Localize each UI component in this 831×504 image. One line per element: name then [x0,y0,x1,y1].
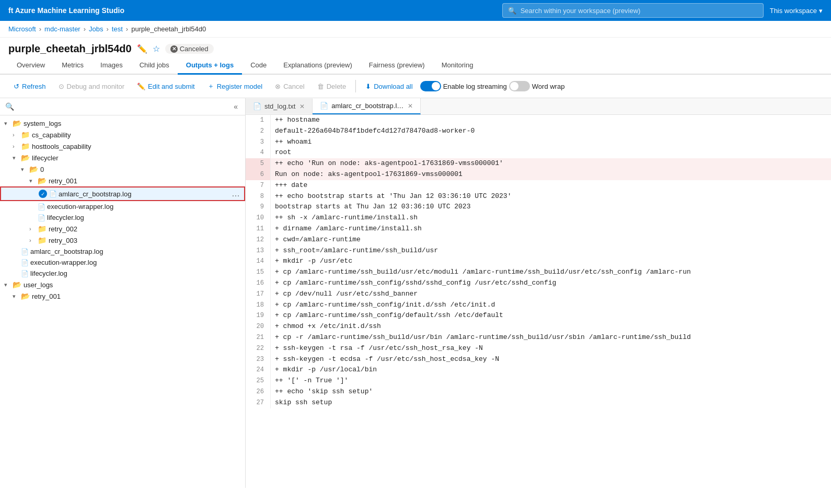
main-content: 🔍 « ▾ 📂 system_logs › 📁 cs_capability › … [0,98,831,488]
tree-folder-user-logs[interactable]: ▾ 📂 user_logs [0,279,245,290]
file-tab-icon: 📄 [253,102,261,110]
chevron-icon: ▾ [13,293,19,300]
code-line: 11 + dirname /amlarc-runtime/install.sh [246,224,831,235]
tree-item-label: retry_002 [49,225,77,233]
tree-folder-retry-001-outer[interactable]: ▾ 📂 retry_001 [0,290,245,302]
code-line: 7 +++ date [246,180,831,191]
close-tab-icon[interactable]: ✕ [408,102,413,110]
chevron-icon: ▾ [4,282,10,288]
tree-folder-0[interactable]: ▾ 📂 0 [0,163,245,175]
debug-monitor-button[interactable]: ⊙ Debug and monitor [53,80,130,93]
breadcrumb-test[interactable]: test [112,25,123,33]
word-wrap-label: Word wrap [532,83,565,90]
word-wrap-toggle[interactable] [509,81,530,91]
cancel-button[interactable]: ⊗ Cancel [270,80,309,93]
code-line: 8 ++ echo bootstrap starts at 'Thu Jan 1… [246,191,831,202]
tab-code[interactable]: Code [242,57,275,75]
code-line: 25 ++ '[' -n True ']' [246,376,831,386]
log-streaming-toggle[interactable] [420,81,441,91]
file-tree: ▾ 📂 system_logs › 📁 cs_capability › 📁 ho… [0,115,245,488]
folder-icon: 📁 [38,225,47,233]
file-icon: 📄 [49,190,56,197]
tree-file-amlarc-cr-bootstrap-log[interactable]: ✓ 📄 amlarc_cr_bootstrap.log … [0,186,245,201]
code-line: 19 + cp /amlarc-runtime/ssh_config/defau… [246,310,831,321]
tab-metrics[interactable]: Metrics [53,57,92,75]
code-content[interactable]: 1 ++ hostname 2 default-226a604b784f1bde… [246,115,831,488]
tab-overview[interactable]: Overview [8,57,53,75]
tree-folder-hosttools-capability[interactable]: › 📁 hosttools_capability [0,140,245,152]
edit-submit-button[interactable]: ✏️ Edit and submit [132,80,200,93]
folder-icon: 📁 [21,131,30,139]
refresh-button[interactable]: ↺ Refresh [8,80,51,93]
code-line: 16 + cp /amlarc-runtime/ssh_config/sshd/… [246,278,831,289]
code-line: 1 ++ hostname [246,115,831,126]
breadcrumb-sep-1: › [39,25,41,33]
tree-file-lifecycler-log-inner[interactable]: 📄 lifecycler.log [0,212,245,223]
tree-file-lifecycler-log2[interactable]: 📄 lifecycler.log [0,268,245,279]
folder-open-icon: 📂 [38,177,47,185]
workspace-selector[interactable]: This workspace ▾ [770,7,823,15]
tree-folder-cs-capability[interactable]: › 📁 cs_capability [0,129,245,140]
tree-file-execution-wrapper-log[interactable]: 📄 execution-wrapper.log [0,201,245,212]
more-options-icon[interactable]: … [232,189,240,198]
tree-item-label: cs_capability [32,131,71,139]
code-tab-label: std_log.txt [264,102,295,110]
tab-monitoring[interactable]: Monitoring [433,57,482,75]
delete-button[interactable]: 🗑 Delete [312,80,352,93]
app-logo: ft Azure Machine Learning Studio [8,6,124,15]
tree-item-label: 0 [40,166,44,173]
code-line-highlighted: 6 Run on node: aks-agentpool-17631869-vm… [246,169,831,180]
close-tab-icon[interactable]: ✕ [299,103,305,110]
edit-title-icon[interactable]: ✏️ [137,44,147,54]
status-badge: ✕ Canceled [165,44,214,54]
tree-folder-system-logs[interactable]: ▾ 📂 system_logs [0,118,245,129]
tree-folder-lifecycler[interactable]: ▾ 📂 lifecycler [0,152,245,163]
search-icon: 🔍 [508,7,516,15]
download-all-button[interactable]: ⬇ Download all [360,80,418,93]
workspace-label: This workspace [770,7,817,15]
tab-fairness[interactable]: Fairness (preview) [361,57,433,75]
register-model-button[interactable]: ＋ Register model [202,79,268,93]
code-tab-std-log[interactable]: 📄 std_log.txt ✕ [246,99,313,114]
breadcrumb-jobs[interactable]: Jobs [89,25,103,33]
tree-file-amlarc-cr-bootstrap-log2[interactable]: 📄 amlarc_cr_bootstrap.log [0,246,245,257]
chevron-down-icon: ▾ [819,7,823,15]
tab-child-jobs[interactable]: Child jobs [131,57,178,75]
search-input[interactable] [521,7,758,15]
code-line: 12 + cwd=/amlarc-runtime [246,235,831,245]
code-line: 9 bootstrap starts at Thu Jan 12 03:36:1… [246,202,831,213]
page-header: purple_cheetah_jrbl54d0 ✏️ ☆ ✕ Canceled [0,38,831,57]
code-tab-amlarc[interactable]: 📄 amlarc_cr_bootstrap.l… ✕ [313,98,421,114]
tab-images[interactable]: Images [92,57,131,75]
file-search-bar: 🔍 « [0,98,245,115]
code-lines: 1 ++ hostname 2 default-226a604b784f1bde… [246,115,831,408]
collapse-panel-button[interactable]: « [232,101,240,112]
chevron-icon: › [13,143,19,149]
tree-item-label: amlarc_cr_bootstrap.log [59,190,131,198]
tab-explanations[interactable]: Explanations (preview) [275,57,361,75]
tree-file-execution-wrapper-log2[interactable]: 📄 execution-wrapper.log [0,257,245,268]
tab-outputs-logs[interactable]: Outputs + logs [178,57,242,75]
code-line: 13 + ssh_root=/amlarc-runtime/ssh_build/… [246,245,831,256]
tree-item-label: execution-wrapper.log [47,203,113,210]
breadcrumb-sep-4: › [126,25,128,33]
tree-item-label: retry_001 [49,177,77,185]
tree-item-label: lifecycler [32,154,59,162]
tree-folder-retry-001[interactable]: ▾ 📂 retry_001 [0,175,245,186]
search-box[interactable]: 🔍 [502,3,764,18]
breadcrumb-mdc-master[interactable]: mdc-master [44,25,80,33]
code-line: 10 ++ sh -x /amlarc-runtime/install.sh [246,213,831,224]
tree-folder-retry-002[interactable]: › 📁 retry_002 [0,223,245,235]
code-line: 24 + mkdir -p /usr/local/bin [246,365,831,376]
breadcrumb: Microsoft › mdc-master › Jobs › test › p… [0,21,831,38]
chevron-icon: › [13,132,19,138]
favorite-icon[interactable]: ☆ [153,44,160,54]
breadcrumb-sep-2: › [84,25,86,33]
status-label: Canceled [180,45,209,53]
toolbar-divider-1 [355,80,356,92]
refresh-icon: ↺ [14,83,19,90]
file-icon: 📄 [21,259,28,266]
tree-item-label: user_logs [24,281,53,289]
breadcrumb-microsoft[interactable]: Microsoft [8,25,36,33]
tree-folder-retry-003[interactable]: › 📁 retry_003 [0,235,245,246]
